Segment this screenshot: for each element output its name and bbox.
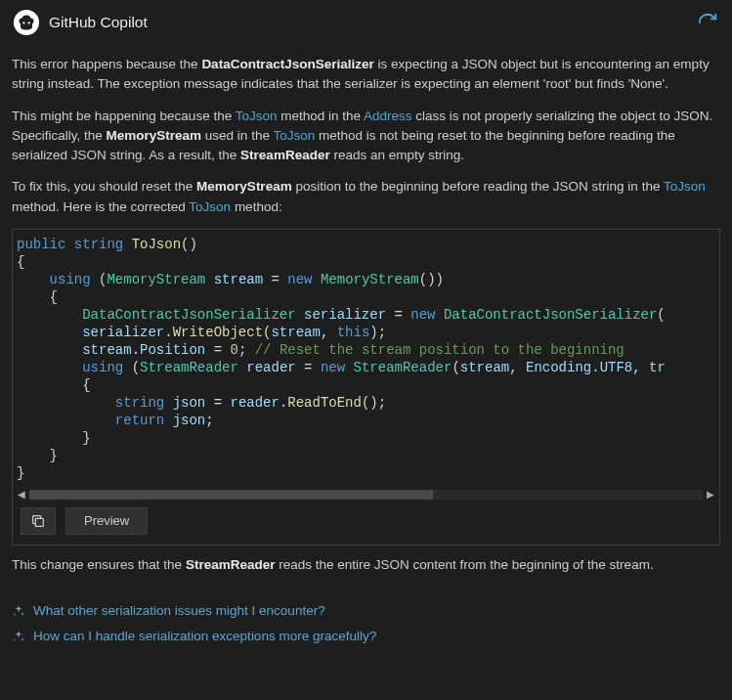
- copy-button[interactable]: [21, 507, 56, 535]
- paragraph: To fix this, you should reset the Memory…: [12, 177, 720, 217]
- code-ref: DataContractJsonSerializer: [201, 57, 373, 71]
- svg-rect-0: [35, 518, 43, 526]
- paragraph: This might be happening because the ToJs…: [12, 107, 720, 166]
- followup-text: What other serialization issues might I …: [33, 601, 325, 621]
- code-ref: StreamReader: [186, 557, 276, 572]
- followup-text: How can I handle serialization exception…: [33, 627, 376, 646]
- copy-icon: [30, 513, 46, 529]
- code-ref: MemoryStream: [196, 179, 292, 194]
- scroll-left-icon[interactable]: ◀: [17, 487, 26, 502]
- scrollbar-thumb[interactable]: [29, 490, 433, 500]
- paragraph: This change ensures that the StreamReade…: [12, 555, 720, 575]
- code-toolbar: Preview: [13, 502, 719, 545]
- symbol-link[interactable]: ToJson: [236, 109, 278, 123]
- symbol-link[interactable]: ToJson: [273, 128, 315, 143]
- preview-button[interactable]: Preview: [65, 507, 148, 535]
- message-content: This error happens because the DataContr…: [0, 43, 732, 596]
- scrollbar-track[interactable]: [29, 490, 703, 500]
- followup-item[interactable]: How can I handle serialization exception…: [12, 624, 720, 649]
- code-ref: MemoryStream: [107, 128, 202, 143]
- code-content[interactable]: public string ToJson() { using (MemorySt…: [13, 230, 719, 488]
- followup-suggestions: What other serialization issues might I …: [0, 596, 732, 660]
- horizontal-scrollbar[interactable]: ◀ ▶: [13, 488, 719, 502]
- copilot-logo-icon: [14, 10, 39, 35]
- symbol-link[interactable]: ToJson: [189, 199, 231, 214]
- code-block: public string ToJson() { using (MemorySt…: [12, 229, 720, 546]
- symbol-link[interactable]: Address: [364, 109, 412, 123]
- scroll-right-icon[interactable]: ▶: [706, 487, 715, 502]
- sparkle-icon: [12, 630, 25, 643]
- code-ref: StreamReader: [240, 148, 330, 162]
- reload-button[interactable]: [697, 12, 718, 33]
- sparkle-icon: [12, 604, 25, 618]
- panel-header: GitHub Copilot: [0, 0, 732, 43]
- followup-item[interactable]: What other serialization issues might I …: [12, 598, 720, 624]
- panel-title: GitHub Copilot: [49, 11, 697, 33]
- paragraph: This error happens because the DataContr…: [12, 55, 720, 95]
- symbol-link[interactable]: ToJson: [664, 179, 706, 194]
